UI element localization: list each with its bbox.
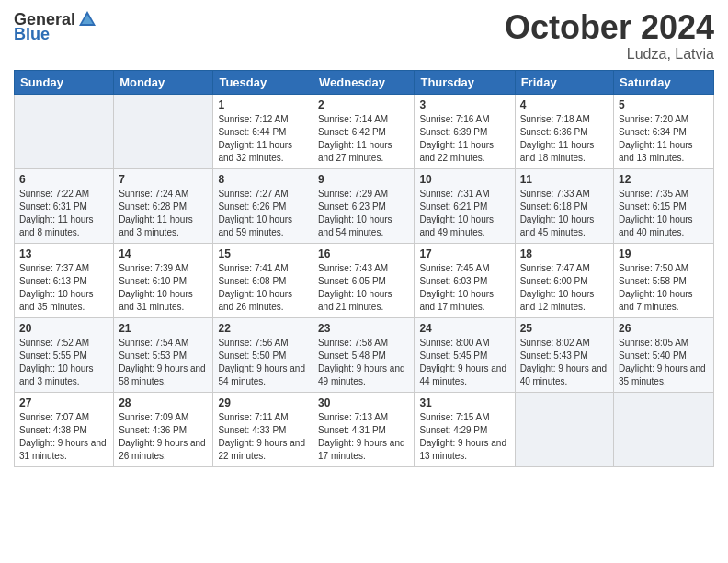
calendar-cell: 24Sunrise: 8:00 AM Sunset: 5:45 PM Dayli… — [415, 317, 515, 392]
month-title: October 2024 — [505, 9, 714, 46]
day-info: Sunrise: 7:58 AM Sunset: 5:48 PM Dayligh… — [318, 337, 409, 388]
calendar-day-header: Monday — [114, 70, 213, 94]
day-number: 18 — [520, 247, 609, 260]
day-number: 9 — [318, 173, 409, 186]
calendar-cell: 13Sunrise: 7:37 AM Sunset: 6:13 PM Dayli… — [15, 243, 114, 317]
calendar-cell — [15, 94, 114, 168]
day-info: Sunrise: 7:13 AM Sunset: 4:31 PM Dayligh… — [318, 411, 409, 463]
calendar-cell: 30Sunrise: 7:13 AM Sunset: 4:31 PM Dayli… — [313, 392, 415, 466]
calendar-cell: 9Sunrise: 7:29 AM Sunset: 6:23 PM Daylig… — [313, 168, 415, 243]
calendar-cell — [515, 392, 613, 466]
calendar-week-row: 20Sunrise: 7:52 AM Sunset: 5:55 PM Dayli… — [15, 317, 714, 392]
calendar-cell: 28Sunrise: 7:09 AM Sunset: 4:36 PM Dayli… — [114, 392, 213, 466]
calendar-cell: 25Sunrise: 8:02 AM Sunset: 5:43 PM Dayli… — [515, 317, 613, 392]
day-number: 28 — [119, 396, 208, 409]
day-number: 25 — [520, 322, 609, 335]
day-number: 24 — [419, 322, 509, 335]
day-number: 22 — [218, 322, 308, 335]
day-info: Sunrise: 7:20 AM Sunset: 6:34 PM Dayligh… — [619, 113, 709, 165]
day-number: 27 — [19, 396, 108, 409]
day-number: 11 — [520, 173, 609, 186]
day-number: 23 — [318, 322, 409, 335]
calendar: SundayMondayTuesdayWednesdayThursdayFrid… — [14, 70, 714, 467]
calendar-cell: 2Sunrise: 7:14 AM Sunset: 6:42 PM Daylig… — [313, 94, 415, 168]
calendar-cell: 15Sunrise: 7:41 AM Sunset: 6:08 PM Dayli… — [213, 243, 313, 317]
day-number: 5 — [619, 98, 709, 111]
calendar-cell: 31Sunrise: 7:15 AM Sunset: 4:29 PM Dayli… — [415, 392, 515, 466]
day-info: Sunrise: 7:07 AM Sunset: 4:38 PM Dayligh… — [19, 411, 108, 463]
day-number: 10 — [419, 173, 509, 186]
calendar-cell: 18Sunrise: 7:47 AM Sunset: 6:00 PM Dayli… — [515, 243, 613, 317]
calendar-week-row: 13Sunrise: 7:37 AM Sunset: 6:13 PM Dayli… — [15, 243, 714, 317]
calendar-cell: 4Sunrise: 7:18 AM Sunset: 6:36 PM Daylig… — [515, 94, 613, 168]
calendar-cell: 3Sunrise: 7:16 AM Sunset: 6:39 PM Daylig… — [415, 94, 515, 168]
calendar-cell: 26Sunrise: 8:05 AM Sunset: 5:40 PM Dayli… — [614, 317, 714, 392]
header: General Blue October 2024 Ludza, Latvia — [14, 9, 714, 63]
day-number: 20 — [19, 322, 108, 335]
day-number: 19 — [619, 247, 709, 260]
day-info: Sunrise: 8:02 AM Sunset: 5:43 PM Dayligh… — [520, 337, 609, 388]
calendar-header-row: SundayMondayTuesdayWednesdayThursdayFrid… — [15, 70, 714, 94]
day-info: Sunrise: 7:39 AM Sunset: 6:10 PM Dayligh… — [119, 262, 208, 314]
day-info: Sunrise: 7:37 AM Sunset: 6:13 PM Dayligh… — [19, 262, 108, 314]
day-number: 3 — [419, 98, 509, 111]
location: Ludza, Latvia — [505, 46, 714, 63]
calendar-week-row: 27Sunrise: 7:07 AM Sunset: 4:38 PM Dayli… — [15, 392, 714, 466]
day-info: Sunrise: 7:41 AM Sunset: 6:08 PM Dayligh… — [218, 262, 308, 314]
day-number: 2 — [318, 98, 409, 111]
calendar-day-header: Saturday — [614, 70, 714, 94]
title-area: October 2024 Ludza, Latvia — [505, 9, 714, 63]
day-info: Sunrise: 7:33 AM Sunset: 6:18 PM Dayligh… — [520, 188, 609, 239]
calendar-cell: 14Sunrise: 7:39 AM Sunset: 6:10 PM Dayli… — [114, 243, 213, 317]
calendar-day-header: Sunday — [15, 70, 114, 94]
day-info: Sunrise: 7:11 AM Sunset: 4:33 PM Dayligh… — [218, 411, 308, 463]
day-info: Sunrise: 7:15 AM Sunset: 4:29 PM Dayligh… — [419, 411, 509, 463]
day-number: 16 — [318, 247, 409, 260]
day-info: Sunrise: 7:16 AM Sunset: 6:39 PM Dayligh… — [419, 113, 509, 165]
calendar-cell: 11Sunrise: 7:33 AM Sunset: 6:18 PM Dayli… — [515, 168, 613, 243]
day-number: 7 — [119, 173, 208, 186]
calendar-day-header: Wednesday — [313, 70, 415, 94]
day-number: 4 — [520, 98, 609, 111]
calendar-cell: 1Sunrise: 7:12 AM Sunset: 6:44 PM Daylig… — [213, 94, 313, 168]
day-number: 12 — [619, 173, 709, 186]
day-number: 14 — [119, 247, 208, 260]
day-info: Sunrise: 7:24 AM Sunset: 6:28 PM Dayligh… — [119, 188, 208, 239]
day-info: Sunrise: 7:54 AM Sunset: 5:53 PM Dayligh… — [119, 337, 208, 388]
logo-text: General Blue — [14, 9, 97, 42]
day-number: 15 — [218, 247, 308, 260]
calendar-cell: 10Sunrise: 7:31 AM Sunset: 6:21 PM Dayli… — [415, 168, 515, 243]
calendar-cell: 27Sunrise: 7:07 AM Sunset: 4:38 PM Dayli… — [15, 392, 114, 466]
day-number: 1 — [218, 98, 308, 111]
day-info: Sunrise: 8:00 AM Sunset: 5:45 PM Dayligh… — [419, 337, 509, 388]
day-number: 6 — [19, 173, 108, 186]
day-info: Sunrise: 7:45 AM Sunset: 6:03 PM Dayligh… — [419, 262, 509, 314]
day-number: 31 — [419, 396, 509, 409]
day-info: Sunrise: 7:52 AM Sunset: 5:55 PM Dayligh… — [19, 337, 108, 388]
day-number: 13 — [19, 247, 108, 260]
calendar-cell: 12Sunrise: 7:35 AM Sunset: 6:15 PM Dayli… — [614, 168, 714, 243]
day-number: 17 — [419, 247, 509, 260]
day-info: Sunrise: 7:18 AM Sunset: 6:36 PM Dayligh… — [520, 113, 609, 165]
day-info: Sunrise: 7:43 AM Sunset: 6:05 PM Dayligh… — [318, 262, 409, 314]
logo-area: General Blue — [14, 9, 97, 42]
calendar-cell: 8Sunrise: 7:27 AM Sunset: 6:26 PM Daylig… — [213, 168, 313, 243]
calendar-cell — [614, 392, 714, 466]
calendar-day-header: Friday — [515, 70, 613, 94]
page: General Blue October 2024 Ludza, Latvia … — [0, 0, 728, 481]
day-info: Sunrise: 7:50 AM Sunset: 5:58 PM Dayligh… — [619, 262, 709, 314]
calendar-cell: 7Sunrise: 7:24 AM Sunset: 6:28 PM Daylig… — [114, 168, 213, 243]
calendar-cell: 29Sunrise: 7:11 AM Sunset: 4:33 PM Dayli… — [213, 392, 313, 466]
calendar-cell: 5Sunrise: 7:20 AM Sunset: 6:34 PM Daylig… — [614, 94, 714, 168]
calendar-day-header: Thursday — [415, 70, 515, 94]
calendar-cell: 23Sunrise: 7:58 AM Sunset: 5:48 PM Dayli… — [313, 317, 415, 392]
day-info: Sunrise: 8:05 AM Sunset: 5:40 PM Dayligh… — [619, 337, 709, 388]
calendar-cell: 6Sunrise: 7:22 AM Sunset: 6:31 PM Daylig… — [15, 168, 114, 243]
day-info: Sunrise: 7:35 AM Sunset: 6:15 PM Dayligh… — [619, 188, 709, 239]
calendar-week-row: 1Sunrise: 7:12 AM Sunset: 6:44 PM Daylig… — [15, 94, 714, 168]
calendar-cell: 21Sunrise: 7:54 AM Sunset: 5:53 PM Dayli… — [114, 317, 213, 392]
day-info: Sunrise: 7:12 AM Sunset: 6:44 PM Dayligh… — [218, 113, 308, 165]
day-number: 30 — [318, 396, 409, 409]
calendar-cell: 19Sunrise: 7:50 AM Sunset: 5:58 PM Dayli… — [614, 243, 714, 317]
calendar-cell: 22Sunrise: 7:56 AM Sunset: 5:50 PM Dayli… — [213, 317, 313, 392]
